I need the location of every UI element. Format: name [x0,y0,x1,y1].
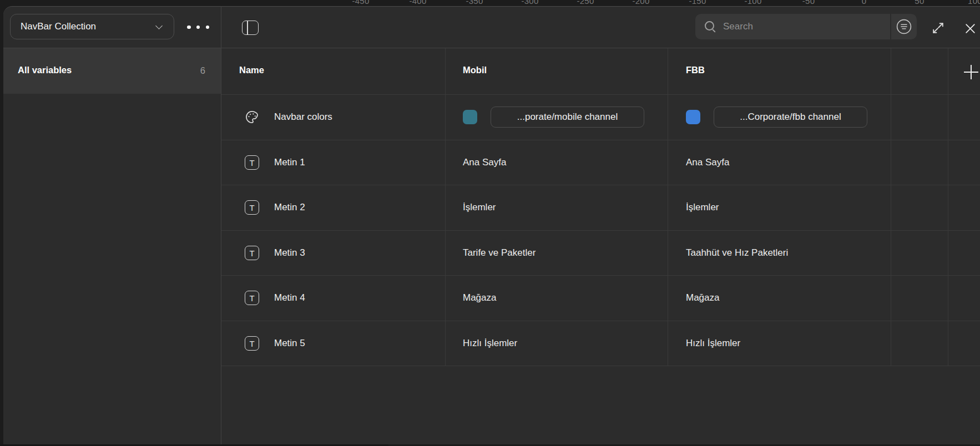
text-icon-glyph: T [245,336,259,351]
search-input[interactable]: Search [695,14,890,39]
search-icon [704,21,716,33]
mobil-alias-pill[interactable]: ...porate/mobile channel [491,107,644,128]
fbb-value[interactable]: Hızlı İşlemler [686,338,740,349]
variable-name[interactable]: Navbar colors [274,112,332,123]
close-icon [964,22,977,35]
text-variable-icon: T [245,336,259,351]
search-placeholder: Search [723,21,753,32]
palette-icon [245,110,259,124]
dot [196,26,200,29]
ruler-tick-label: -150 [689,0,706,6]
table-row[interactable]: TMetin 2İşlemlerİşlemler [221,185,980,230]
column-header-mobil[interactable]: Mobil [463,65,487,75]
sidebar-item-count: 6 [166,65,205,76]
ruler-tick-label: -50 [802,0,815,6]
sidebar-toggle-icon[interactable] [242,21,259,35]
table-row[interactable]: TMetin 1Ana SayfaAna Sayfa [221,140,980,185]
ruler-tick-label: 50 [915,0,924,6]
text-variable-icon: T [245,155,259,170]
collection-dropdown[interactable]: NavBar Collection [10,14,174,39]
mobil-value[interactable]: İşlemler [463,202,496,213]
variable-name[interactable]: Metin 3 [274,247,305,259]
column-header-name: Name [239,65,264,75]
expand-icon [931,21,946,36]
fbb-value[interactable]: Mağaza [686,292,719,303]
expand-button[interactable] [930,20,946,36]
variable-name[interactable]: Metin 1 [274,157,305,168]
variable-name[interactable]: Metin 2 [274,202,305,213]
mobil-value[interactable]: Hızlı İşlemler [463,338,517,349]
mobil-value[interactable]: Tarife ve Paketler [463,247,536,259]
ruler-tick-label: -300 [521,0,538,6]
fbb-value[interactable]: İşlemler [686,202,719,213]
text-variable-icon: T [245,291,259,305]
more-options-button[interactable] [187,21,209,33]
mobil-color-swatch[interactable] [463,110,477,124]
column-header-fbb[interactable]: FBB [686,65,705,75]
ruler-tick-label: -350 [466,0,483,6]
text-variable-icon: T [245,246,259,260]
filter-button[interactable] [891,14,917,39]
figma-variables-modal: { "ruler": { "labels": [ {"text": "-450"… [0,0,980,446]
text-variable-icon: T [245,200,259,215]
sidebar-item-label: All variables [18,65,72,75]
text-icon-glyph: T [245,291,259,305]
mobil-value[interactable]: Ana Sayfa [463,157,506,168]
filter-icon [896,19,912,34]
dot [187,26,191,29]
fbb-value[interactable]: Ana Sayfa [686,157,729,168]
canvas-ruler: -450-400-350-300-250-200-150-100-5005010… [0,0,980,6]
collection-name: NavBar Collection [11,21,96,32]
table-row[interactable]: TMetin 5Hızlı İşlemlerHızlı İşlemler [221,321,980,366]
ruler-tick-label: -100 [744,0,761,6]
chevron-down-icon [155,22,163,29]
ruler-tick-label: 100 [968,0,980,6]
fbb-alias-pill[interactable]: ...Corporate/fbb channel [714,107,867,128]
ruler-tick-label: -200 [632,0,649,6]
text-icon-glyph: T [245,155,259,170]
text-icon-glyph: T [245,246,259,260]
ruler-tick-label: 0 [862,0,867,6]
ruler-tick-label: -400 [409,0,426,6]
mobil-value[interactable]: Mağaza [463,292,496,303]
table-row[interactable]: TMetin 4MağazaMağaza [221,275,980,321]
table-row[interactable]: Navbar colors...porate/mobile channel...… [221,94,980,140]
fbb-value[interactable]: Taahhüt ve Hız Paketleri [686,247,788,259]
fbb-color-swatch[interactable] [686,110,700,124]
variable-name[interactable]: Metin 4 [274,292,305,303]
text-icon-glyph: T [245,200,259,215]
ruler-tick-label: -450 [352,0,369,6]
table-row[interactable]: TMetin 3Tarife ve PaketlerTaahhüt ve Hız… [221,230,980,276]
add-variable-button[interactable] [964,65,978,79]
ruler-tick-label: -250 [577,0,594,6]
variable-name[interactable]: Metin 5 [274,338,305,349]
dot [206,26,210,29]
close-button[interactable] [963,21,977,36]
